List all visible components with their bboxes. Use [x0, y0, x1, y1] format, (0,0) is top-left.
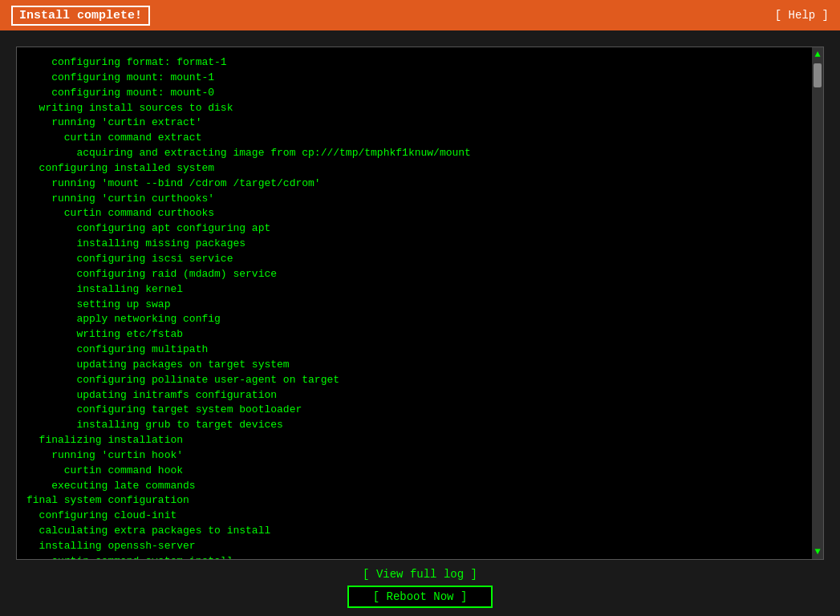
scrollbar-arrow-up[interactable]: ▲: [814, 49, 820, 60]
main-content: configuring format: format-1 configuring…: [0, 30, 840, 616]
scrollbar-arrow-down[interactable]: ▼: [814, 546, 820, 557]
install-complete-title: Install complete!: [11, 6, 150, 26]
reboot-now-button[interactable]: [ Reboot Now ]: [347, 586, 493, 608]
view-full-log-link[interactable]: [ View full log ]: [363, 568, 477, 581]
log-output: configuring format: format-1 configuring…: [17, 47, 823, 560]
bottom-actions: [ View full log ] [ Reboot Now ]: [347, 568, 493, 608]
scrollbar[interactable]: ▲ ▼: [812, 47, 823, 559]
header-bar: Install complete! [ Help ]: [0, 0, 840, 30]
log-container: configuring format: format-1 configuring…: [16, 47, 824, 560]
scrollbar-thumb[interactable]: [814, 63, 822, 87]
help-label[interactable]: [ Help ]: [775, 9, 829, 22]
